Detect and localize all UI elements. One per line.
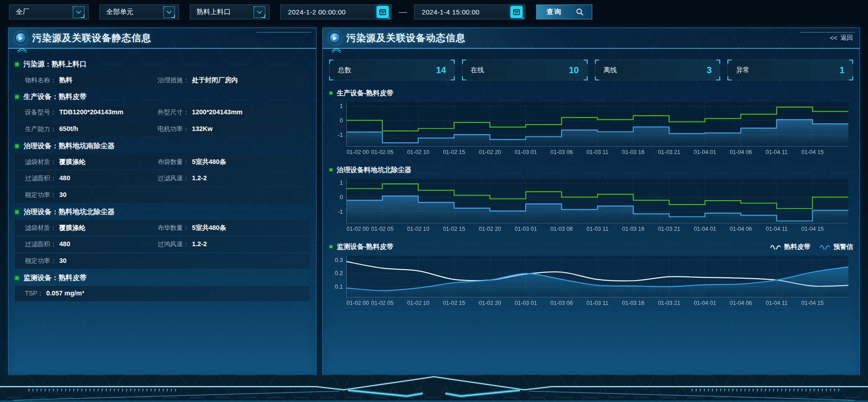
corner-bracket-icon <box>462 76 466 80</box>
field-value: 30 <box>59 191 66 198</box>
svg-text:0.1: 0.1 <box>335 283 343 290</box>
field-value: 480 <box>59 240 70 248</box>
svg-text:01-03 21: 01-03 21 <box>658 149 680 155</box>
svg-text:0.2: 0.2 <box>335 270 343 276</box>
info-section-row: 生产设备：熟料皮带 <box>15 90 310 103</box>
production-step-chart: 10-101-02 0001-02 0501-02 1001-02 1501-0… <box>329 98 853 157</box>
static-panel-header: ▶ 污染源及关联设备静态信息 <box>9 28 316 49</box>
svg-text:01-03 21: 01-03 21 <box>658 226 680 232</box>
stat-label: 总数 <box>338 66 351 75</box>
field-value: 30 <box>59 257 66 264</box>
info-field: 生产能力：650t/h <box>15 125 147 133</box>
info-row: 滤袋材质：覆膜涤纶布华数量：5室共480条 <box>15 220 310 235</box>
info-field: 过滤面积：480 <box>15 174 147 182</box>
section-title: 治理设备：熟料地坑南除尘器 <box>24 141 115 151</box>
section-title: 生产设备：熟料皮带 <box>24 92 87 102</box>
date-range-separator: — <box>399 7 407 17</box>
squiggle-line-icon <box>820 244 830 249</box>
chevron-down-icon[interactable] <box>254 6 265 18</box>
corner-bracket-icon <box>584 60 588 64</box>
field-value: 132Kw <box>192 125 212 132</box>
green-square-icon <box>329 245 333 248</box>
legend-label: 预警信 <box>834 243 854 251</box>
svg-text:01-04 11: 01-04 11 <box>766 226 788 232</box>
field-value: TDB1200*204143mm <box>59 108 123 116</box>
legend-item-预警信[interactable]: 预警信 <box>820 243 854 251</box>
field-label: 滤袋材质： <box>25 224 57 232</box>
query-button-label: 查询 <box>547 8 562 16</box>
calendar-icon[interactable] <box>510 6 523 18</box>
dropdown-point[interactable]: 熟料上料口 <box>190 5 269 19</box>
chart-block-treatment: 治理设备料地坑北除尘器 10-101-02 0001-02 0501-02 10… <box>329 164 853 234</box>
section-title: 污染源：熟料上料口 <box>24 60 87 69</box>
svg-text:01-04 01: 01-04 01 <box>694 300 716 306</box>
info-section-row: 监测设备：熟料皮带 <box>15 271 310 285</box>
svg-text:01-02 10: 01-02 10 <box>407 300 429 306</box>
field-value: 1200*204143mm <box>192 108 242 116</box>
info-section-row: 治理设备：熟料地坑北除尘器 <box>15 205 310 219</box>
svg-text:01-02 10: 01-02 10 <box>407 149 429 155</box>
stat-card-离线: 离线3 <box>595 60 721 80</box>
stat-card-异常: 异常1 <box>727 60 853 80</box>
dynamic-panel-header: ▶ 污染源及关联设备动态信息 << 返回 <box>323 28 859 49</box>
chevron-down-icon[interactable] <box>163 6 175 18</box>
search-icon <box>576 8 584 16</box>
svg-text:01-04 06: 01-04 06 <box>730 226 752 232</box>
svg-text:01-03 01: 01-03 01 <box>514 300 537 306</box>
field-value: 5室共480条 <box>192 158 226 166</box>
dropdown-plant-value: 全厂 <box>16 8 29 16</box>
info-row: 设备型号：TDB1200*204143mm外型尺寸：1200*204143mm <box>15 105 310 120</box>
svg-text:01-03 16: 01-03 16 <box>622 226 644 232</box>
svg-text:01-04 11: 01-04 11 <box>766 300 788 306</box>
field-label: 物料名称： <box>25 76 57 84</box>
back-link[interactable]: << 返回 <box>830 34 853 42</box>
corner-bracket-icon <box>451 76 455 80</box>
field-label: 额定功率： <box>25 191 57 199</box>
legend-item-熟料皮带[interactable]: 熟料皮带 <box>770 243 811 251</box>
stat-value: 10 <box>569 65 579 75</box>
calendar-icon[interactable] <box>377 6 389 18</box>
corner-bracket-icon <box>584 76 588 80</box>
field-label: TSP： <box>25 290 43 298</box>
monitoring-line-chart: 0.30.20.101-02 0001-02 0501-02 1001-02 1… <box>329 252 853 308</box>
date-end-input[interactable]: 2024-1-4 15:00:00 <box>414 5 525 19</box>
svg-text:01-02 10: 01-02 10 <box>407 226 429 232</box>
green-square-icon <box>15 144 19 148</box>
date-start-input[interactable]: 2024-1-2 00:00:00 <box>280 5 392 19</box>
svg-text:01-04 11: 01-04 11 <box>766 149 788 155</box>
info-row: 滤袋材质：覆膜涤纶布袋数量：5室共480条 <box>15 154 310 169</box>
main-content: ▶ 污染源及关联设备静态信息 污染源：熟料上料口物料名称：熟料治理措施：处于封闭… <box>0 28 868 375</box>
info-field: 额定功率：30 <box>15 191 310 199</box>
corner-bracket-icon <box>849 60 853 64</box>
squiggle-line-icon <box>770 244 781 249</box>
info-row: TSP：0.057 mg/m³ <box>15 286 310 301</box>
svg-text:01-02 05: 01-02 05 <box>371 300 393 306</box>
stat-value: 3 <box>707 65 712 75</box>
corner-bracket-icon <box>716 60 720 64</box>
query-button[interactable]: 查询 <box>536 5 592 19</box>
svg-text:01-02 05: 01-02 05 <box>371 226 393 232</box>
svg-text:01-04 01: 01-04 01 <box>694 226 716 232</box>
svg-text:01-02 15: 01-02 15 <box>443 300 465 306</box>
chart-block-production: 生产设备-熟料皮带 10-101-02 0001-02 0501-02 1001… <box>329 88 853 157</box>
info-row: 额定功率：30 <box>15 253 310 269</box>
info-field: 滤袋材质：覆膜涤纶 <box>15 158 147 166</box>
field-label: 过滤风速： <box>157 174 189 182</box>
svg-text:01-03 11: 01-03 11 <box>586 300 608 306</box>
green-square-icon <box>329 168 333 172</box>
svg-text:01-03 16: 01-03 16 <box>622 149 644 155</box>
dropdown-unit[interactable]: 全部单元 <box>99 5 179 19</box>
info-field: 滤袋材质：覆膜涤纶 <box>15 224 147 232</box>
chevron-down-icon[interactable] <box>73 6 85 18</box>
dropdown-unit-value: 全部单元 <box>106 8 133 16</box>
info-field: TSP：0.057 mg/m³ <box>15 290 310 298</box>
info-field: 布袋数量：5室共480条 <box>147 158 310 166</box>
info-field: 额定功率：30 <box>15 257 310 265</box>
svg-text:-1: -1 <box>338 131 343 138</box>
svg-text:01-03 01: 01-03 01 <box>514 226 537 232</box>
svg-text:01-02 15: 01-02 15 <box>443 149 465 155</box>
info-field: 电机功率：132Kw <box>147 125 310 133</box>
date-end-value: 2024-1-4 15:00:00 <box>422 8 480 16</box>
dropdown-plant[interactable]: 全厂 <box>9 5 89 19</box>
svg-text:01-04 01: 01-04 01 <box>694 149 716 155</box>
